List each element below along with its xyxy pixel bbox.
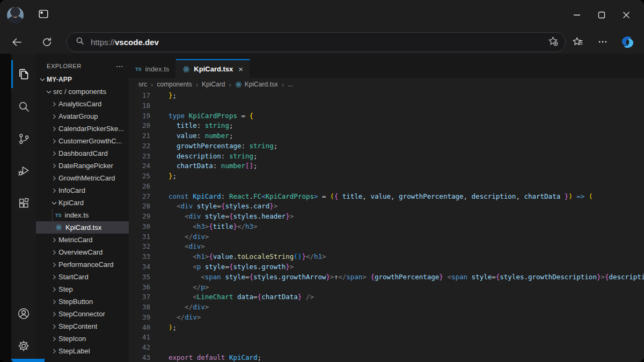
breadcrumb-segment-[interactable]: ... [288,81,293,88]
line-number[interactable]: 24 [129,161,160,171]
line-number[interactable]: 23 [129,151,160,162]
code-editor[interactable]: 17};1819type KpiCardProps = {20 title: s… [129,91,644,362]
code-line[interactable]: 34 <p style={styles.growth}> [129,262,644,272]
breadcrumb-segment-kpicard-tsx[interactable]: KpiCard.tsx [235,81,278,88]
code-line[interactable]: 24 chartData: number[]; [129,161,644,171]
code-line[interactable]: 19type KpiCardProps = { [129,111,644,121]
tree-item-index-ts[interactable]: TSindex.ts [36,209,129,221]
code-line[interactable]: 33 <h1>{value.toLocaleString()}</h1> [129,252,644,262]
tab-index-ts[interactable]: TSindex.ts [129,59,176,78]
activity-run-debug[interactable] [11,155,36,187]
tree-item-kpicard[interactable]: KpiCard [36,197,129,209]
tree-item-stepbutton[interactable]: StepButton [36,295,129,308]
line-number[interactable]: 38 [129,302,160,313]
line-number[interactable]: 22 [129,141,160,151]
code-line[interactable]: 43export default KpiCard; [129,353,644,362]
line-number[interactable]: 17 [129,91,160,101]
tree-item-steplabel[interactable]: StepLabel [36,345,129,357]
line-number[interactable]: 21 [129,131,160,141]
line-number[interactable]: 27 [129,192,160,202]
tree-item-kpicard-tsx[interactable]: KpiCard.tsx [36,221,129,234]
tree-item-overviewcard[interactable]: OverviewCard [36,246,129,258]
tree-item-metriccard[interactable]: MetricCard [36,234,129,246]
code-line[interactable]: 20 title: string; [129,121,644,131]
tree-item-step[interactable]: Step [36,283,129,295]
line-number[interactable]: 42 [129,343,160,353]
tree-item-growthmetriccard[interactable]: GrowthMetricCard [36,172,129,184]
breadcrumb-segment-components[interactable]: components [157,81,192,88]
tab-close-icon[interactable]: × [238,65,243,73]
back-button[interactable] [11,36,23,48]
code-line[interactable]: 31 </div> [129,232,644,242]
line-number[interactable]: 43 [129,353,160,362]
code-line[interactable]: 35 <span style={styles.growthArrow}>↑</s… [129,272,644,283]
code-line[interactable]: 37 <LineChart data={chartData} /> [129,292,644,302]
line-number[interactable]: 34 [129,262,160,272]
code-line[interactable]: 29 <div style={styles.header}> [129,212,644,222]
code-line[interactable]: 30 <h3>{title}</h3> [129,222,644,232]
line-number[interactable]: 40 [129,323,160,333]
line-number[interactable]: 37 [129,292,160,302]
line-number[interactable]: 28 [129,201,160,212]
activity-explorer[interactable] [11,58,36,90]
tree-item-performancecard[interactable]: PerformanceCard [36,258,129,271]
line-number[interactable]: 41 [129,332,160,343]
close-button[interactable] [614,6,639,24]
tree-item-avatargroup[interactable]: AvatarGroup [36,110,129,122]
code-line[interactable]: 38 </div> [129,302,644,313]
code-line[interactable]: 26 [129,182,644,192]
remote-indicator[interactable] [11,359,45,362]
minimize-button[interactable] [565,6,589,24]
tree-item-infocard[interactable]: InfoCard [36,184,129,197]
tree-item-dashboardcard[interactable]: DashboardCard [36,147,129,160]
code-line[interactable]: 23 description: string; [129,151,644,162]
line-number[interactable]: 39 [129,313,160,323]
tree-item-my-app[interactable]: MY-APP [36,73,129,85]
copilot-icon[interactable] [615,35,640,49]
maximize-button[interactable] [589,6,614,24]
tree-item-analyticscard[interactable]: AnalyticsCard [36,98,129,110]
tab-kpicard-tsx[interactable]: KpiCard.tsx× [176,59,250,78]
explorer-more-actions-icon[interactable]: ⋯ [116,64,123,68]
activity-account[interactable] [11,298,36,330]
add-favorite-icon[interactable] [547,35,559,49]
tab-preview-icon[interactable] [38,8,49,22]
line-number[interactable]: 29 [129,212,160,222]
activity-source-control[interactable] [11,122,36,155]
tree-item-startcard[interactable]: StartCard [36,271,129,283]
activity-search[interactable] [11,90,36,122]
code-line[interactable]: 32 <div> [129,242,644,252]
line-number[interactable]: 18 [129,101,160,111]
line-number[interactable]: 20 [129,121,160,131]
tree-item-calendarpickerske[interactable]: CalendarPickerSke... [36,122,129,135]
code-line[interactable]: 18 [129,101,644,111]
code-line[interactable]: 21 value: number; [129,131,644,141]
profile-avatar[interactable] [7,7,24,24]
code-line[interactable]: 40); [129,323,644,333]
code-line[interactable]: 42 [129,343,644,353]
line-number[interactable]: 25 [129,171,160,182]
line-number[interactable]: 33 [129,252,160,262]
line-number[interactable]: 19 [129,111,160,121]
code-line[interactable]: 36 </p> [129,283,644,293]
favorites-icon[interactable] [566,36,590,48]
activity-settings[interactable] [11,330,36,362]
line-number[interactable]: 35 [129,272,160,283]
tree-item-src-components[interactable]: src / components [36,85,129,98]
breadcrumb-segment-kpicard[interactable]: KpiCard [202,81,225,88]
code-line[interactable]: 22 growthPercentage: string; [129,141,644,151]
activity-extensions[interactable] [11,187,36,219]
line-number[interactable]: 26 [129,182,160,192]
code-line[interactable]: 41 [129,332,644,343]
code-line[interactable]: 25}; [129,171,644,182]
code-line[interactable]: 17}; [129,91,644,101]
tree-item-stepicon[interactable]: StepIcon [36,332,129,345]
line-number[interactable]: 36 [129,283,160,293]
line-number[interactable]: 30 [129,222,160,232]
address-bar[interactable]: https://vscode.dev [67,32,566,52]
refresh-button[interactable] [41,37,53,48]
tree-item-customergrowthc[interactable]: CustomerGrowthC... [36,135,129,147]
tree-item-daterangepicker[interactable]: DateRangePicker [36,160,129,172]
more-options-icon[interactable] [590,37,615,47]
tree-item-stepcontent[interactable]: StepContent [36,320,129,332]
